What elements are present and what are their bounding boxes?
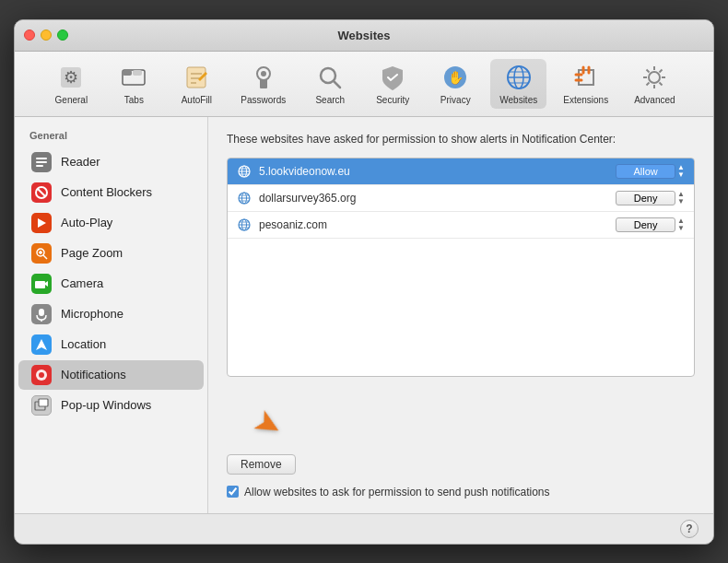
website-list: 5.lookvideonow.eu Allow Deny ▲▼ bbox=[228, 158, 694, 239]
svg-rect-4 bbox=[133, 70, 142, 76]
svg-marker-44 bbox=[36, 339, 47, 350]
svg-line-29 bbox=[647, 82, 650, 85]
main-content: General Reader Content Blockers bbox=[15, 117, 713, 513]
svg-rect-30 bbox=[36, 158, 47, 159]
reader-icon bbox=[31, 152, 52, 172]
security-icon bbox=[378, 63, 407, 92]
svg-line-13 bbox=[334, 81, 340, 88]
permission-select-2[interactable]: Deny Allow bbox=[616, 191, 675, 205]
toolbar-item-search[interactable]: Search bbox=[302, 59, 358, 109]
allow-notifications-checkbox[interactable] bbox=[227, 486, 239, 498]
svg-rect-32 bbox=[36, 165, 43, 167]
sidebar-item-microphone[interactable]: Microphone bbox=[18, 299, 204, 329]
titlebar: Websites bbox=[15, 20, 713, 52]
arrow-annotation: ➤ bbox=[227, 388, 695, 443]
select-arrows-1: ▲▼ bbox=[677, 164, 685, 179]
svg-rect-48 bbox=[39, 399, 48, 406]
toolbar-label-passwords: Passwords bbox=[241, 95, 286, 105]
page-zoom-icon bbox=[31, 243, 52, 264]
website-row-3[interactable]: pesoaniz.com Deny Allow ▲▼ bbox=[228, 212, 694, 239]
toolbar-item-websites[interactable]: Websites bbox=[490, 59, 546, 109]
globe-icon-3 bbox=[237, 217, 252, 232]
sidebar-item-label-microphone: Microphone bbox=[61, 307, 123, 321]
toolbar-label-advanced: Advanced bbox=[634, 95, 675, 105]
sidebar-item-camera[interactable]: Camera bbox=[18, 269, 204, 299]
sidebar-item-notifications[interactable]: Notifications bbox=[18, 360, 204, 390]
checkbox-row: Allow websites to ask for permission to … bbox=[227, 486, 695, 498]
toolbar-item-passwords[interactable]: Passwords bbox=[231, 59, 295, 109]
toolbar-label-websites: Websites bbox=[499, 95, 537, 105]
svg-rect-31 bbox=[36, 161, 47, 163]
sidebar: General Reader Content Blockers bbox=[15, 117, 208, 513]
window-title: Websites bbox=[338, 29, 391, 42]
toolbar-label-general: General bbox=[55, 95, 88, 105]
sidebar-item-label-location: Location bbox=[61, 337, 106, 351]
svg-point-21 bbox=[649, 72, 660, 83]
toolbar-label-privacy: Privacy bbox=[440, 95, 471, 105]
website-name-2: dollarsurvey365.org bbox=[259, 192, 608, 205]
toolbar-label-tabs: Tabs bbox=[124, 95, 144, 105]
website-row-1[interactable]: 5.lookvideonow.eu Allow Deny ▲▼ bbox=[228, 158, 694, 185]
minimize-button[interactable] bbox=[41, 29, 52, 41]
sidebar-item-popup-windows[interactable]: Pop-up Windows bbox=[18, 391, 204, 420]
svg-line-26 bbox=[647, 69, 650, 72]
permission-wrapper-2: Deny Allow ▲▼ bbox=[616, 191, 685, 205]
sidebar-item-label-auto-play: Auto-Play bbox=[61, 216, 112, 229]
svg-marker-41 bbox=[45, 281, 48, 287]
sidebar-item-label-page-zoom: Page Zoom bbox=[61, 246, 123, 260]
toolbar-label-search: Search bbox=[315, 95, 345, 105]
sidebar-item-location[interactable]: Location bbox=[18, 330, 204, 359]
toolbar-item-extensions[interactable]: Extensions bbox=[554, 59, 617, 109]
svg-point-11 bbox=[261, 71, 266, 76]
maximize-button[interactable] bbox=[57, 29, 68, 41]
remove-button[interactable]: Remove bbox=[227, 454, 296, 475]
toolbar-label-extensions: Extensions bbox=[563, 95, 608, 105]
privacy-icon: ✋ bbox=[440, 63, 470, 92]
notifications-icon bbox=[31, 365, 52, 385]
toolbar-item-autofill[interactable]: AutoFill bbox=[169, 59, 224, 109]
toolbar-item-security[interactable]: Security bbox=[365, 59, 420, 109]
bottom-bar: ? bbox=[15, 513, 713, 544]
sidebar-item-reader[interactable]: Reader bbox=[18, 147, 204, 177]
svg-rect-10 bbox=[260, 79, 267, 88]
globe-icon-2 bbox=[237, 191, 252, 205]
toolbar-item-general[interactable]: ⚙ General bbox=[43, 59, 99, 109]
traffic-lights bbox=[24, 29, 68, 41]
orange-arrow-icon: ➤ bbox=[247, 400, 290, 447]
toolbar-item-privacy[interactable]: ✋ Privacy bbox=[428, 59, 483, 109]
advanced-icon bbox=[640, 63, 669, 92]
svg-text:⚙: ⚙ bbox=[64, 68, 78, 87]
auto-play-icon bbox=[31, 213, 52, 233]
popup-windows-icon bbox=[31, 395, 52, 416]
sidebar-item-page-zoom[interactable]: Page Zoom bbox=[18, 239, 204, 268]
sidebar-item-label-content-blockers: Content Blockers bbox=[61, 185, 152, 199]
website-row-2[interactable]: dollarsurvey365.org Deny Allow ▲▼ bbox=[228, 185, 694, 212]
permission-select-3[interactable]: Deny Allow bbox=[616, 217, 675, 232]
close-button[interactable] bbox=[24, 29, 35, 41]
toolbar-item-tabs[interactable]: Tabs bbox=[106, 59, 161, 109]
select-arrows-2: ▲▼ bbox=[677, 191, 685, 205]
tabs-icon bbox=[119, 63, 148, 92]
checkbox-label: Allow websites to ask for permission to … bbox=[244, 486, 550, 498]
safari-preferences-window: Websites ⚙ General Tabs bbox=[14, 19, 714, 545]
svg-rect-42 bbox=[39, 309, 44, 316]
sidebar-item-content-blockers[interactable]: Content Blockers bbox=[18, 178, 204, 207]
select-arrows-3: ▲▼ bbox=[677, 217, 685, 232]
sidebar-item-auto-play[interactable]: Auto-Play bbox=[18, 208, 204, 238]
microphone-icon bbox=[31, 304, 52, 324]
search-icon bbox=[315, 63, 345, 92]
website-name-1: 5.lookvideonow.eu bbox=[259, 165, 608, 178]
permission-select-1[interactable]: Allow Deny bbox=[616, 164, 675, 179]
svg-line-34 bbox=[38, 189, 45, 196]
toolbar-item-advanced[interactable]: Advanced bbox=[625, 59, 684, 109]
passwords-icon bbox=[249, 63, 278, 92]
help-button[interactable]: ? bbox=[680, 520, 699, 538]
svg-rect-40 bbox=[35, 281, 45, 288]
svg-marker-35 bbox=[38, 218, 46, 228]
website-list-container: 5.lookvideonow.eu Allow Deny ▲▼ bbox=[227, 158, 695, 376]
sidebar-item-label-reader: Reader bbox=[61, 155, 100, 169]
svg-point-46 bbox=[39, 372, 44, 378]
svg-text:✋: ✋ bbox=[448, 70, 464, 86]
extensions-icon bbox=[571, 63, 601, 92]
sidebar-item-label-camera: Camera bbox=[61, 276, 103, 290]
